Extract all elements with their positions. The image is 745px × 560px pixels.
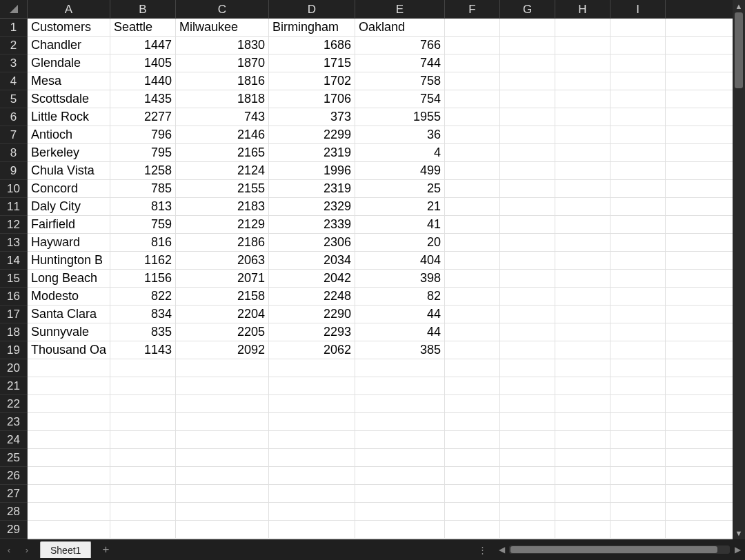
cell-C25[interactable] — [176, 449, 269, 467]
cell-H29[interactable] — [555, 521, 610, 539]
cell-H18[interactable] — [555, 323, 610, 341]
cell-H25[interactable] — [555, 449, 610, 467]
cell-G10[interactable] — [500, 180, 555, 198]
cell-E1[interactable]: Oakland — [355, 19, 445, 37]
cell-F15[interactable] — [445, 270, 500, 288]
column-header-F[interactable]: F — [445, 0, 500, 19]
cell-I23[interactable] — [610, 413, 666, 431]
vscroll-track[interactable] — [733, 12, 745, 527]
cell-C8[interactable]: 2165 — [176, 144, 269, 162]
cell-G24[interactable] — [500, 431, 555, 449]
cell-E29[interactable] — [355, 521, 445, 539]
cell-B19[interactable]: 1143 — [110, 341, 176, 359]
cell-F18[interactable] — [445, 323, 500, 341]
cell-I21[interactable] — [610, 377, 666, 395]
cell-I18[interactable] — [610, 323, 666, 341]
cell-extra-18[interactable] — [666, 323, 733, 341]
cell-D26[interactable] — [269, 467, 355, 485]
cell-E2[interactable]: 766 — [355, 37, 445, 54]
cell-H16[interactable] — [555, 288, 610, 306]
cell-I17[interactable] — [610, 306, 666, 323]
cell-G13[interactable] — [500, 234, 555, 252]
row-header-7[interactable]: 7 — [0, 126, 27, 144]
cell-F27[interactable] — [445, 485, 500, 503]
cell-H17[interactable] — [555, 306, 610, 323]
row-header-23[interactable]: 23 — [0, 413, 27, 431]
row-header-11[interactable]: 11 — [0, 198, 27, 216]
horizontal-scrollbar[interactable]: ◀ ▶ — [494, 539, 745, 560]
cell-extra-5[interactable] — [666, 90, 733, 108]
cell-E19[interactable]: 385 — [355, 341, 445, 359]
cell-H26[interactable] — [555, 467, 610, 485]
cell-F12[interactable] — [445, 216, 500, 234]
cell-C28[interactable] — [176, 503, 269, 521]
cell-F22[interactable] — [445, 395, 500, 413]
cell-G17[interactable] — [500, 306, 555, 323]
cell-A18[interactable]: Sunnyvale — [28, 323, 110, 341]
select-all-corner[interactable] — [0, 0, 28, 19]
cell-D17[interactable]: 2290 — [269, 306, 355, 323]
cell-E16[interactable]: 82 — [355, 288, 445, 306]
cell-G9[interactable] — [500, 162, 555, 180]
cell-extra-10[interactable] — [666, 180, 733, 198]
cell-A24[interactable] — [28, 431, 110, 449]
cell-A2[interactable]: Chandler — [28, 37, 110, 54]
cell-A21[interactable] — [28, 377, 110, 395]
cell-C4[interactable]: 1816 — [176, 72, 269, 90]
cell-G16[interactable] — [500, 288, 555, 306]
cell-extra-22[interactable] — [666, 395, 733, 413]
cell-I28[interactable] — [610, 503, 666, 521]
cell-G26[interactable] — [500, 467, 555, 485]
cell-C23[interactable] — [176, 413, 269, 431]
add-sheet-button[interactable]: + — [95, 539, 116, 560]
cell-G7[interactable] — [500, 126, 555, 144]
cell-C20[interactable] — [176, 359, 269, 377]
cell-C21[interactable] — [176, 377, 269, 395]
cell-extra-21[interactable] — [666, 377, 733, 395]
sheet-nav-prev[interactable]: ‹ — [0, 539, 18, 560]
cell-D11[interactable]: 2329 — [269, 198, 355, 216]
cell-F24[interactable] — [445, 431, 500, 449]
cell-C22[interactable] — [176, 395, 269, 413]
cell-extra-25[interactable] — [666, 449, 733, 467]
cell-B16[interactable]: 822 — [110, 288, 176, 306]
cell-F7[interactable] — [445, 126, 500, 144]
cell-G18[interactable] — [500, 323, 555, 341]
cell-G27[interactable] — [500, 485, 555, 503]
cell-D28[interactable] — [269, 503, 355, 521]
cell-H14[interactable] — [555, 252, 610, 270]
cell-D12[interactable]: 2339 — [269, 216, 355, 234]
cell-extra-27[interactable] — [666, 485, 733, 503]
row-header-26[interactable]: 26 — [0, 467, 27, 485]
cell-B14[interactable]: 1162 — [110, 252, 176, 270]
cell-D16[interactable]: 2248 — [269, 288, 355, 306]
cell-I7[interactable] — [610, 126, 666, 144]
cell-E17[interactable]: 44 — [355, 306, 445, 323]
cell-G14[interactable] — [500, 252, 555, 270]
cell-I27[interactable] — [610, 485, 666, 503]
cell-E3[interactable]: 744 — [355, 54, 445, 72]
row-header-6[interactable]: 6 — [0, 108, 27, 126]
cell-D7[interactable]: 2299 — [269, 126, 355, 144]
scroll-up-icon[interactable]: ▲ — [733, 0, 745, 12]
cell-G2[interactable] — [500, 37, 555, 54]
cell-B27[interactable] — [110, 485, 176, 503]
cell-I6[interactable] — [610, 108, 666, 126]
cell-B22[interactable] — [110, 395, 176, 413]
cell-E22[interactable] — [355, 395, 445, 413]
cell-D22[interactable] — [269, 395, 355, 413]
cell-D9[interactable]: 1996 — [269, 162, 355, 180]
row-header-25[interactable]: 25 — [0, 449, 27, 467]
cell-extra-7[interactable] — [666, 126, 733, 144]
cell-extra-15[interactable] — [666, 270, 733, 288]
cell-A14[interactable]: Huntington B — [28, 252, 110, 270]
row-header-18[interactable]: 18 — [0, 323, 27, 341]
cell-H8[interactable] — [555, 144, 610, 162]
cell-H27[interactable] — [555, 485, 610, 503]
cell-A1[interactable]: Customers — [28, 19, 110, 37]
column-header-H[interactable]: H — [555, 0, 610, 19]
cell-E13[interactable]: 20 — [355, 234, 445, 252]
cell-I10[interactable] — [610, 180, 666, 198]
cell-H2[interactable] — [555, 37, 610, 54]
column-header-G[interactable]: G — [500, 0, 555, 19]
